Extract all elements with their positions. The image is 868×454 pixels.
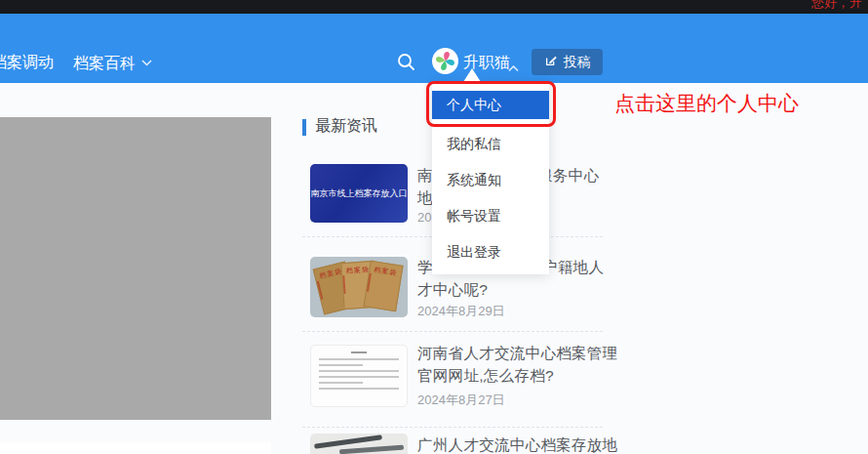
nav-item-archive-transfer[interactable]: 档案调动: [0, 53, 54, 73]
submit-post-label: 投稿: [564, 54, 591, 71]
document-line: [319, 370, 399, 372]
search-icon[interactable]: [397, 53, 415, 71]
main-navbar: 档案调动 档案百科 升职猫 投稿: [0, 14, 868, 83]
envelope-frame: [342, 275, 345, 294]
news-thumbnail-scissors[interactable]: [310, 433, 408, 454]
envelope-label: 档案袋: [373, 265, 399, 278]
news-section-title: 最新资讯: [315, 116, 377, 137]
news-title[interactable]: 官网网址,怎么存档?: [417, 366, 554, 387]
list-divider: [302, 331, 603, 332]
document-line: [319, 376, 399, 378]
news-date: 2024年8月29日: [417, 303, 505, 320]
nav-item-label: 档案百科: [73, 55, 136, 71]
document-line: [351, 351, 367, 353]
top-utility-bar: 您好，升: [0, 0, 868, 14]
news-thumbnail-nanjing[interactable]: 南京市线上档案存放入口: [310, 164, 408, 223]
news-title-fragment[interactable]: 才中心呢?: [417, 280, 488, 301]
news-thumbnail-document[interactable]: [310, 345, 408, 407]
greeting-text: 您好，升: [811, 0, 862, 12]
news-title-fragment[interactable]: 户籍地人: [542, 258, 604, 278]
document-line: [319, 388, 399, 390]
document-line: [319, 358, 399, 360]
edit-icon: [544, 54, 558, 70]
dropdown-item-my-messages[interactable]: 我的私信: [432, 134, 549, 153]
chevron-up-icon[interactable]: [508, 59, 519, 76]
document-line: [319, 364, 363, 366]
envelope-frame: [367, 273, 372, 292]
chevron-down-icon: [141, 53, 152, 70]
dropdown-item-account-settings[interactable]: 帐号设置: [432, 206, 549, 226]
archive-envelope: 档案袋: [363, 261, 403, 312]
annotation-text: 点击这里的个人中心: [614, 90, 799, 117]
news-title-fragment[interactable]: 学: [417, 258, 433, 278]
left-card-edge: [0, 442, 271, 454]
pinwheel-logo: [432, 48, 458, 74]
dropdown-item-system-notifications[interactable]: 系统通知: [432, 170, 549, 189]
envelope-label: 档案袋: [345, 265, 372, 276]
news-date: 2024年8月27日: [417, 392, 505, 409]
submit-post-button[interactable]: 投稿: [532, 49, 603, 75]
news-thumbnail-envelopes[interactable]: 档案袋 档案袋 档案袋: [310, 257, 408, 317]
news-title-fragment[interactable]: 地: [417, 188, 433, 209]
dropdown-item-logout[interactable]: 退出登录: [432, 242, 549, 262]
news-title[interactable]: 广州人才交流中心档案存放地: [417, 435, 617, 454]
thumbnail-caption: 南京市线上档案存放入口: [311, 187, 408, 200]
envelope-frame: [317, 281, 324, 300]
list-divider: [302, 427, 603, 428]
annotation-highlight-box: [426, 81, 556, 127]
user-avatar[interactable]: [432, 48, 458, 74]
dropdown-caret: [463, 68, 481, 82]
document-line: [319, 382, 363, 384]
scissors-blade: [339, 445, 404, 454]
news-title-fragment[interactable]: 南: [417, 166, 433, 186]
nav-item-archive-wiki[interactable]: 档案百科: [73, 53, 152, 74]
news-title[interactable]: 河南省人才交流中心档案管理: [417, 344, 617, 364]
section-accent-bar: [302, 119, 306, 136]
left-content-placeholder: [0, 117, 271, 420]
